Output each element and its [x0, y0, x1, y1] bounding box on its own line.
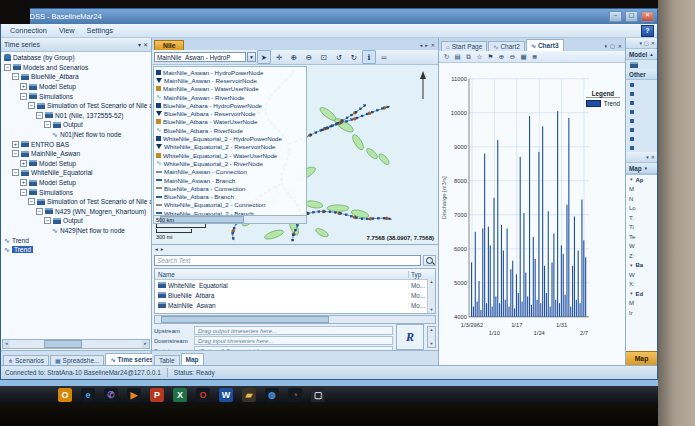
tree-item[interactable]: +Model Setup: [1, 82, 151, 92]
pin-icon[interactable]: ▾: [138, 41, 141, 49]
expander-icon[interactable]: −: [36, 208, 43, 215]
map-property[interactable]: ▼Ap: [626, 175, 657, 185]
zoom-in-icon[interactable]: ⊕: [497, 53, 506, 61]
map-property[interactable]: W: [626, 242, 657, 252]
tab-start-page[interactable]: ⌂Start Page: [441, 41, 487, 51]
close-icon[interactable]: ✕: [143, 41, 148, 49]
back-icon[interactable]: ◂: [155, 246, 158, 252]
map-props-header[interactable]: Map▼: [626, 163, 657, 174]
tree-item[interactable]: ∿Trend: [1, 235, 151, 245]
tree-item[interactable]: −Simulations: [1, 91, 151, 101]
expander-icon[interactable]: −: [12, 169, 19, 176]
tree-item[interactable]: ∿N01|Net flow to node: [1, 130, 151, 140]
zoom-window-icon[interactable]: ⊡: [317, 50, 331, 64]
next-extent-icon[interactable]: ↻: [347, 50, 361, 64]
drop-target[interactable]: Drag output timeseries here...: [194, 326, 393, 335]
layer-item[interactable]: WhiteNile_Equatorial_2 - HydroPowerNode: [154, 134, 306, 142]
layer-item[interactable]: MainNile_Aswan - WaterUserNode: [154, 85, 306, 93]
other-group-header[interactable]: Other: [626, 69, 657, 80]
layer-item[interactable]: MainNile_Aswan - Connection: [154, 168, 306, 176]
table-vscrollbar[interactable]: ▲▼: [427, 279, 435, 313]
expander-icon[interactable]: −: [4, 64, 11, 71]
map-canvas[interactable]: MainNile_Aswan - HydroPowerNodeMainNile_…: [152, 65, 438, 244]
word-icon[interactable]: W: [219, 388, 233, 402]
close-icon[interactable]: ✕: [430, 41, 436, 50]
tab-chart2[interactable]: ∿Chart2: [488, 41, 525, 51]
pin-icon[interactable]: ▾: [646, 154, 649, 160]
app-window-icon[interactable]: ▢: [311, 388, 325, 402]
pan-icon[interactable]: ✛: [272, 50, 286, 64]
tree-item[interactable]: −Simulation of Test Scenario of Nile at …: [1, 197, 151, 207]
tree-item[interactable]: −Output: [1, 120, 151, 130]
other-tree-item[interactable]: [626, 98, 657, 107]
scrollbar-thumb[interactable]: [44, 340, 82, 348]
previous-extent-icon[interactable]: ↺: [332, 50, 346, 64]
other-tree-item[interactable]: [626, 89, 657, 98]
refresh-icon[interactable]: ↻: [442, 53, 451, 61]
title-bar[interactable]: NB DSS - BaselineMar24 – ▢ ✕: [1, 9, 657, 24]
table-row[interactable]: WhiteNile_EquatorialMo...: [155, 280, 435, 290]
expander-icon[interactable]: −: [44, 121, 51, 128]
pin-icon[interactable]: ▾: [640, 40, 643, 46]
tree-item[interactable]: −MainNile_Aswan: [1, 149, 151, 159]
other-tree-item[interactable]: [626, 107, 657, 116]
other-tree-item[interactable]: [626, 143, 657, 152]
map-property[interactable]: X:: [626, 280, 657, 290]
table-row[interactable]: MainNile_AswanMo...: [155, 300, 435, 310]
map-property[interactable]: Z:: [626, 251, 657, 261]
table-hscrollbar[interactable]: [154, 315, 436, 324]
select-pointer-icon[interactable]: ➤: [257, 50, 271, 64]
zoom-in-icon[interactable]: ⊕: [287, 50, 301, 64]
map-property[interactable]: N: [626, 194, 657, 204]
close-icon[interactable]: ✕: [641, 11, 654, 22]
other-tree-item[interactable]: [626, 116, 657, 125]
layer-item[interactable]: ∿BlueNile_Atbara - RiverNode: [154, 126, 306, 134]
layer-item[interactable]: MainNile_Aswan - HydroPowerNode: [154, 68, 306, 76]
close-icon[interactable]: ✕: [651, 154, 655, 160]
menu-item-view[interactable]: View: [54, 25, 80, 36]
other-tree-item[interactable]: [626, 125, 657, 134]
layer-item[interactable]: WhiteNile_Equatorial_2 - Connection: [154, 201, 306, 209]
layer-item[interactable]: WhiteNile_Equatorial_2 - WaterUserNode: [154, 151, 306, 159]
script-button[interactable]: R: [396, 324, 424, 350]
drop-area-vscrollbar[interactable]: ▲▼: [427, 326, 436, 348]
table-header[interactable]: Name Typ: [155, 269, 435, 280]
maximize-icon[interactable]: ▢: [644, 40, 649, 46]
expander-icon[interactable]: +: [12, 141, 19, 148]
help-icon[interactable]: ?: [641, 25, 654, 37]
tab-map[interactable]: Map: [181, 353, 204, 365]
tree-item[interactable]: Database (by Group): [1, 53, 151, 63]
tree-item[interactable]: ∿N429|Net flow to node: [1, 226, 151, 236]
tree-item[interactable]: +Model Setup: [1, 178, 151, 188]
expander-icon[interactable]: −: [12, 73, 19, 80]
expander-icon[interactable]: +: [20, 160, 27, 167]
identify-icon[interactable]: ℹ: [362, 50, 376, 64]
layer-dropdown[interactable]: MainNile_Aswan - HydroP: [154, 52, 246, 62]
expander-icon[interactable]: −: [44, 217, 51, 224]
tab-time-series[interactable]: ∿Time series: [105, 353, 158, 365]
options-icon[interactable]: ≣: [530, 53, 539, 61]
tree-item[interactable]: −Simulations: [1, 187, 151, 197]
chevron-down-icon[interactable]: ▾: [604, 42, 609, 51]
tree-item[interactable]: −Output: [1, 216, 151, 226]
maximize-icon[interactable]: ▢: [609, 42, 616, 51]
map-property[interactable]: Ir: [626, 308, 657, 318]
grid-icon[interactable]: ▦: [519, 53, 528, 61]
zoom-out-icon[interactable]: ⊖: [302, 50, 316, 64]
layer-item[interactable]: ∿MainNile_Aswan - RiverNode: [154, 93, 306, 101]
menu-item-settings[interactable]: Settings: [82, 25, 118, 36]
flag-icon[interactable]: ⚑: [486, 53, 495, 61]
tree-item[interactable]: −BlueNile_Atbara: [1, 72, 151, 82]
excel-icon[interactable]: X: [173, 388, 187, 402]
menu-item-connection[interactable]: Connection: [5, 25, 52, 36]
viber-icon[interactable]: ✆: [104, 388, 118, 402]
expander-icon[interactable]: −: [28, 102, 35, 109]
layer-item[interactable]: BlueNile_Atbara - Connection: [154, 184, 306, 192]
media-player-icon[interactable]: ▶: [127, 388, 141, 402]
map-property[interactable]: ▼Ba: [626, 261, 657, 271]
opera-icon[interactable]: O: [196, 388, 210, 402]
tree-item[interactable]: −N01 (Nile, 1372555-52): [1, 111, 151, 121]
map-property[interactable]: W: [626, 270, 657, 280]
layer-item[interactable]: BlueNile_Atbara - Branch: [154, 192, 306, 200]
horizontal-scrollbar[interactable]: ◂ ▸: [2, 339, 150, 349]
